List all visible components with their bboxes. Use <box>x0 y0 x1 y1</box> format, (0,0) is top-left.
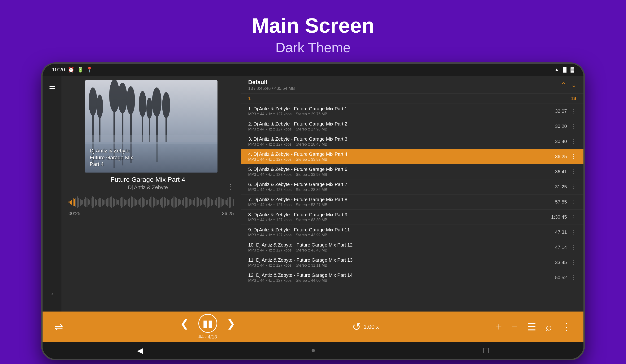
track-more-icon[interactable]: ⋮ <box>571 138 576 145</box>
waveform-bar <box>186 197 187 208</box>
track-row[interactable]: 2. Dj Antiz & Zebyte - Future Garage Mix… <box>241 119 584 134</box>
back-nav-button[interactable]: ◀ <box>137 346 143 355</box>
add-to-queue-button[interactable]: + <box>496 321 502 333</box>
track-row-info: 11. Dj Antiz & Zebyte - Future Garage Mi… <box>248 257 555 268</box>
waveform-bar <box>96 200 97 205</box>
waveform-bar <box>201 200 202 205</box>
waveform-bar <box>207 197 208 208</box>
track-more-icon[interactable]: ⋮ <box>571 199 576 205</box>
svg-point-9 <box>118 83 127 113</box>
next-button[interactable]: ❯ <box>227 317 235 329</box>
battery-status-icon: ▓ <box>570 67 574 72</box>
track-row[interactable]: 7. Dj Antiz & Zebyte - Future Garage Mix… <box>241 194 584 210</box>
track-row-right: 1:30:45 ⋮ <box>551 214 576 220</box>
album-art: Dj Antiz & Zebyte Future Garage Mix Part… <box>85 80 218 173</box>
track-row[interactable]: 5. Dj Antiz & Zebyte - Future Garage Mix… <box>241 164 584 180</box>
playlist-track-numbers: 1 13 <box>241 94 584 104</box>
waveform-bar <box>146 200 147 205</box>
page-subtitle: Dark Theme <box>0 39 626 55</box>
total-track-number: 13 <box>571 96 576 102</box>
track-more-icon[interactable]: ⋮ <box>571 214 576 220</box>
track-more-icon[interactable]: ⋮ <box>571 153 576 160</box>
svg-point-17 <box>152 87 161 117</box>
playlist-name: Default <box>248 79 295 86</box>
more-options-button[interactable]: ⋮ <box>561 321 572 333</box>
track-more-icon[interactable]: ⋮ <box>571 168 576 175</box>
waveform-bar <box>226 200 227 205</box>
waveform-bar <box>122 197 123 207</box>
collapse-up-icon[interactable]: ⌃ <box>561 81 566 89</box>
track-row-title: 7. Dj Antiz & Zebyte - Future Garage Mix… <box>248 197 555 202</box>
track-duration: 47:31 <box>555 229 567 235</box>
waveform-bar <box>233 199 234 206</box>
collapse-down-icon[interactable]: ⌄ <box>571 81 576 89</box>
waveform-container[interactable]: 00:25 36:25 <box>69 195 234 216</box>
recents-nav-button[interactable] <box>483 348 489 353</box>
waveform-bar <box>70 201 71 204</box>
waveform-bar <box>69 201 70 203</box>
track-row-right: 50:52 ⋮ <box>555 274 576 281</box>
track-row[interactable]: 4. Dj Antiz & Zebyte - Future Garage Mix… <box>241 149 584 164</box>
sidebar-collapse-icon[interactable]: › <box>51 290 53 297</box>
track-more-icon[interactable]: ⋮ <box>571 108 576 114</box>
track-row-meta: MP3 :: 44 kHz :: 127 kbps :: Stereo :: 4… <box>248 248 555 253</box>
hamburger-menu-button[interactable]: ☰ <box>47 80 57 92</box>
track-row-meta: MP3 :: 44 kHz :: 127 kbps :: Stereo :: 2… <box>248 188 555 192</box>
waveform-bar <box>209 198 210 206</box>
remove-from-queue-button[interactable]: − <box>511 321 517 333</box>
player-panel: Dj Antiz & Zebyte Future Garage Mix Part… <box>61 76 241 312</box>
waveform-bar <box>95 199 96 206</box>
track-row[interactable]: 3. Dj Antiz & Zebyte - Future Garage Mix… <box>241 134 584 149</box>
track-row[interactable]: 11. Dj Antiz & Zebyte - Future Garage Mi… <box>241 255 584 270</box>
home-nav-button[interactable] <box>312 349 315 352</box>
signal-icon: ▐▌ <box>561 67 568 72</box>
waveform-bar <box>136 200 137 205</box>
waveform-bar <box>129 198 130 207</box>
waveform-bar <box>156 199 156 206</box>
search-button[interactable]: ⌕ <box>546 321 552 333</box>
waveform-bar <box>225 200 226 204</box>
waveform-bar <box>222 199 223 206</box>
waveform-bar <box>161 198 162 207</box>
album-artist-text: Dj Antiz & Zebyte <box>90 147 133 154</box>
track-more-icon[interactable]: ⋮ <box>571 229 576 235</box>
track-more-button[interactable]: ⋮ <box>227 183 234 190</box>
track-row[interactable]: 10. Dj Antiz & Zebyte - Future Garage Mi… <box>241 240 584 255</box>
track-duration: 33:45 <box>555 260 567 265</box>
waveform-bar <box>102 199 103 206</box>
track-row[interactable]: 9. Dj Antiz & Zebyte - Future Garage Mix… <box>241 225 584 240</box>
track-more-icon[interactable]: ⋮ <box>571 244 576 251</box>
prev-button[interactable]: ❮ <box>180 317 189 329</box>
track-row-info: 9. Dj Antiz & Zebyte - Future Garage Mix… <box>248 227 555 237</box>
waveform-bar <box>175 197 176 208</box>
waveform-bar <box>82 200 83 204</box>
track-more-icon[interactable]: ⋮ <box>571 259 576 266</box>
queue-button[interactable]: ☰ <box>527 321 536 333</box>
track-more-icon[interactable]: ⋮ <box>571 123 576 130</box>
page-title: Main Screen <box>0 14 626 37</box>
total-time: 36:25 <box>222 211 234 216</box>
repeat-button[interactable]: ↺ <box>352 321 361 333</box>
track-more-icon[interactable]: ⋮ <box>571 183 576 190</box>
track-row[interactable]: 1. Dj Antiz & Zebyte - Future Garage Mix… <box>241 104 584 119</box>
playlist-header-top: Default 13 / 8:45:46 / 485.54 MB ⌃ ⌄ <box>248 79 576 91</box>
playlist-items[interactable]: 1. Dj Antiz & Zebyte - Future Garage Mix… <box>241 104 584 312</box>
track-row-meta: MP3 :: 44 kHz :: 127 kbps :: Stereo :: 3… <box>248 263 555 268</box>
waveform-bar <box>149 199 150 206</box>
track-row-info: 5. Dj Antiz & Zebyte - Future Garage Mix… <box>248 167 555 177</box>
waveform-bar <box>135 199 136 206</box>
waveform-bar <box>144 199 145 206</box>
pause-button[interactable]: ▮▮ <box>198 314 217 333</box>
waveform-bar <box>76 198 76 207</box>
controls-right: + − ☰ ⌕ ⋮ <box>496 321 572 333</box>
track-row[interactable]: 12. Dj Antiz & Zebyte - Future Garage Mi… <box>241 270 584 285</box>
status-bar-right: ▲ ▐▌ ▓ <box>554 67 574 72</box>
track-row[interactable]: 6. Dj Antiz & Zebyte - Future Garage Mix… <box>241 180 584 194</box>
track-artist: Dj Antiz & Zebyte <box>69 184 227 190</box>
shuffle-button[interactable]: ⇌ <box>54 321 63 333</box>
track-row[interactable]: 8. Dj Antiz & Zebyte - Future Garage Mix… <box>241 210 584 225</box>
track-more-icon[interactable]: ⋮ <box>571 274 576 281</box>
waveform-bar <box>230 197 231 208</box>
track-row-meta: MP3 :: 44 kHz :: 127 kbps :: Stereo :: 2… <box>248 142 555 146</box>
waveform-bar <box>232 198 233 207</box>
